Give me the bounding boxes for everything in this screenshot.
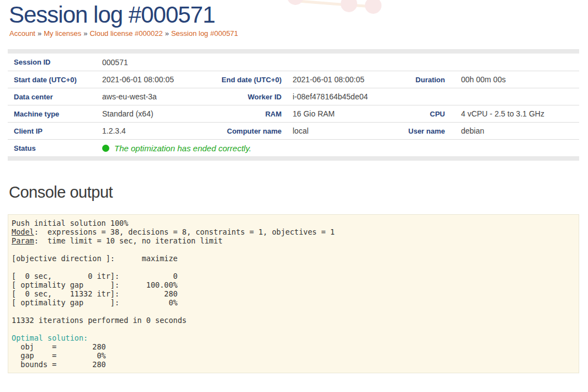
status-message: The optimization has ended correctly.: [114, 144, 251, 153]
breadcrumb-link-account[interactable]: Account: [9, 29, 35, 38]
user-name-label: User name: [387, 127, 448, 135]
data-center-label: Data center: [8, 93, 102, 101]
computer-name-label: Computer name: [190, 127, 284, 135]
table-row-dates: Start date (UTC+0) 2021-06-01 08:00:05 E…: [8, 71, 579, 88]
cpu-value: 4 vCPU - 2.5 to 3.1 GHz: [448, 109, 579, 118]
console-output-heading: Console output: [9, 183, 588, 202]
end-date-label: End date (UTC+0): [190, 76, 284, 84]
console-progress-block: [objective direction ]: maximize [ 0 sec…: [12, 254, 187, 325]
table-row-client: Client IP 1.2.3.4 Computer name local Us…: [8, 122, 579, 139]
client-ip-label: Client IP: [8, 127, 102, 135]
console-model-keyword: Model: [12, 227, 34, 236]
breadcrumb-link-my-licenses[interactable]: My licenses: [44, 29, 81, 38]
machine-type-label: Machine type: [8, 110, 102, 118]
start-date-label: Start date (UTC+0): [8, 76, 102, 84]
worker-id-value: i-08ef478164b45de04: [284, 92, 579, 101]
status-ok-dot-icon: [102, 145, 109, 152]
client-ip-value: 1.2.3.4: [102, 126, 190, 135]
breadcrumb-link-session-log[interactable]: Session log #000571: [171, 29, 238, 38]
table-row-status: Status The optimization has ended correc…: [8, 139, 579, 156]
ram-label: RAM: [190, 110, 284, 118]
duration-value: 00h 00m 00s: [448, 75, 579, 84]
table-row-machine: Machine type Standard (x64) RAM 16 Gio R…: [8, 105, 579, 122]
start-date-value: 2021-06-01 08:00:05: [102, 75, 190, 84]
console-output: Push initial solution 100% Model: expres…: [8, 214, 579, 373]
status-cell: The optimization has ended correctly.: [102, 144, 579, 153]
breadcrumb-link-cloud-license[interactable]: Cloud license #000022: [89, 29, 162, 38]
console-line-push: Push initial solution 100%: [12, 219, 128, 227]
breadcrumb: Account»My licenses»Cloud license #00002…: [9, 29, 588, 38]
console-optimal-keyword: Optimal solution:: [12, 333, 88, 342]
session-id-value: 000571: [102, 58, 579, 67]
breadcrumb-separator: »: [165, 29, 169, 38]
machine-type-value: Standard (x64): [102, 109, 190, 118]
session-details-table: Session ID 000571 Start date (UTC+0) 202…: [8, 49, 579, 161]
status-label: Status: [8, 144, 102, 152]
table-row-data-center: Data center aws-eu-west-3a Worker ID i-0…: [8, 88, 579, 105]
breadcrumb-separator: »: [83, 29, 87, 38]
console-results-block: obj = 280 gap = 0% bounds = 280: [12, 342, 106, 369]
console-param-line: : time limit = 10 sec, no iteration limi…: [34, 236, 223, 245]
end-date-value: 2021-06-01 08:00:05: [284, 75, 387, 84]
page-title: Session log #000571: [9, 2, 588, 27]
table-top-bar: [8, 49, 579, 54]
computer-name-value: local: [284, 126, 387, 135]
session-id-label: Session ID: [8, 58, 102, 66]
data-center-value: aws-eu-west-3a: [102, 92, 190, 101]
console-model-line: : expressions = 38, decisions = 8, const…: [34, 227, 335, 236]
console-param-keyword: Param: [12, 236, 34, 245]
duration-label: Duration: [387, 76, 448, 84]
table-row-session-id: Session ID 000571: [8, 54, 579, 71]
cpu-label: CPU: [387, 110, 448, 118]
worker-id-label: Worker ID: [190, 93, 284, 101]
user-name-value: debian: [448, 126, 579, 135]
ram-value: 16 Gio RAM: [284, 109, 387, 118]
table-bottom-bar: [8, 156, 579, 161]
breadcrumb-separator: »: [38, 29, 41, 38]
